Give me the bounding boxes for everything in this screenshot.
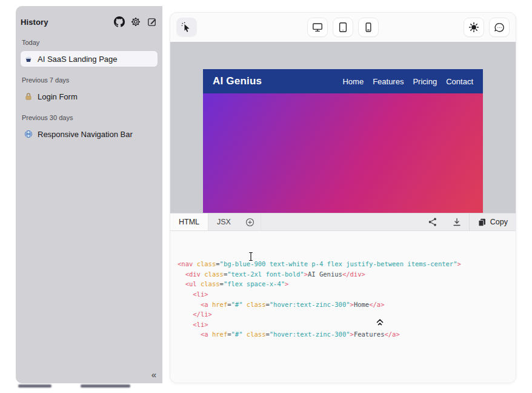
- cupcake-icon: [24, 55, 33, 63]
- phone-icon: [363, 22, 374, 33]
- site-link-features[interactable]: Features: [373, 77, 404, 86]
- sidebar-title: History: [21, 18, 48, 27]
- sidebar-item-label: AI SaaS Landing Page: [38, 55, 118, 64]
- chevron-up-handle[interactable]: [375, 298, 413, 347]
- sidebar-item-login-form[interactable]: Login Form: [21, 89, 158, 104]
- share-icon: [428, 217, 437, 227]
- section-label-today: Today: [22, 39, 158, 46]
- site-navbar: AI Genius Home Features Pricing Contact: [203, 69, 483, 93]
- circle-plus-icon: [245, 218, 254, 227]
- text-ibeam-cursor: [248, 232, 286, 281]
- cursor-select-icon: [181, 22, 192, 33]
- app-window: History: [16, 6, 516, 383]
- code-content: <nav class="bg-blue-900 text-white p-4 f…: [178, 259, 516, 340]
- section-label-prev-7-days: Previous 7 days: [22, 76, 158, 84]
- theme-toggle-button[interactable]: [464, 18, 484, 37]
- download-icon: [452, 217, 462, 227]
- device-toggle-group: [307, 18, 379, 37]
- main-area: AI Genius Home Features Pricing Contact …: [162, 6, 516, 383]
- workspace-card: AI Genius Home Features Pricing Contact …: [170, 12, 516, 383]
- code-tab-bar: HTML JSX: [170, 213, 516, 231]
- share-button[interactable]: [421, 213, 445, 230]
- compose-icon[interactable]: [147, 16, 158, 27]
- github-icon[interactable]: [114, 16, 125, 27]
- globe-icon: [24, 130, 33, 138]
- site-link-contact[interactable]: Contact: [446, 77, 473, 86]
- site-brand: AI Genius: [213, 75, 262, 87]
- code-actions: Copy: [421, 213, 516, 230]
- sidebar-header: History: [21, 15, 158, 29]
- sidebar-item-label: Login Form: [38, 92, 78, 101]
- gear-icon[interactable]: [130, 16, 141, 27]
- add-tab-button[interactable]: [239, 213, 261, 230]
- copy-button[interactable]: Copy: [469, 213, 516, 230]
- desktop-icon: [312, 22, 323, 33]
- copy-icon: [477, 218, 487, 227]
- site-nav-links: Home Features Pricing Contact: [342, 77, 473, 86]
- site-link-home[interactable]: Home: [342, 77, 364, 86]
- chat-button[interactable]: [489, 18, 510, 37]
- tablet-icon: [337, 22, 348, 33]
- cutoff-text-smudge: [81, 385, 130, 388]
- sidebar-collapse-button[interactable]: «: [151, 369, 156, 380]
- copy-label: Copy: [490, 218, 508, 226]
- tablet-view-button[interactable]: [333, 18, 353, 37]
- code-editor[interactable]: <nav class="bg-blue-900 text-white p-4 f…: [170, 231, 516, 383]
- sidebar-item-ai-saas-landing-page[interactable]: AI SaaS Landing Page: [21, 51, 158, 67]
- lock-icon: [24, 92, 33, 101]
- chat-bubble-icon: [494, 22, 505, 33]
- sidebar-item-responsive-navigation-bar[interactable]: Responsive Navigation Bar: [21, 126, 158, 142]
- section-label-prev-30-days: Previous 30 days: [22, 114, 158, 121]
- tab-html[interactable]: HTML: [170, 213, 208, 230]
- tab-jsx[interactable]: JSX: [208, 213, 239, 230]
- desktop-view-button[interactable]: [307, 18, 328, 37]
- cutoff-text-smudge: [18, 385, 52, 388]
- phone-view-button[interactable]: [358, 18, 379, 37]
- preview-toolbar: [170, 13, 516, 42]
- history-sidebar: History: [16, 6, 162, 383]
- site-preview: AI Genius Home Features Pricing Contact: [203, 69, 483, 213]
- theme-sun-icon: [468, 22, 479, 33]
- site-hero-gradient: [203, 93, 483, 213]
- site-link-pricing[interactable]: Pricing: [413, 77, 437, 86]
- sidebar-item-label: Responsive Navigation Bar: [38, 130, 133, 139]
- preview-area: AI Genius Home Features Pricing Contact: [170, 42, 516, 213]
- download-button[interactable]: [445, 213, 469, 230]
- toolbar-right-group: [464, 18, 510, 37]
- cursor-select-button[interactable]: [176, 18, 197, 37]
